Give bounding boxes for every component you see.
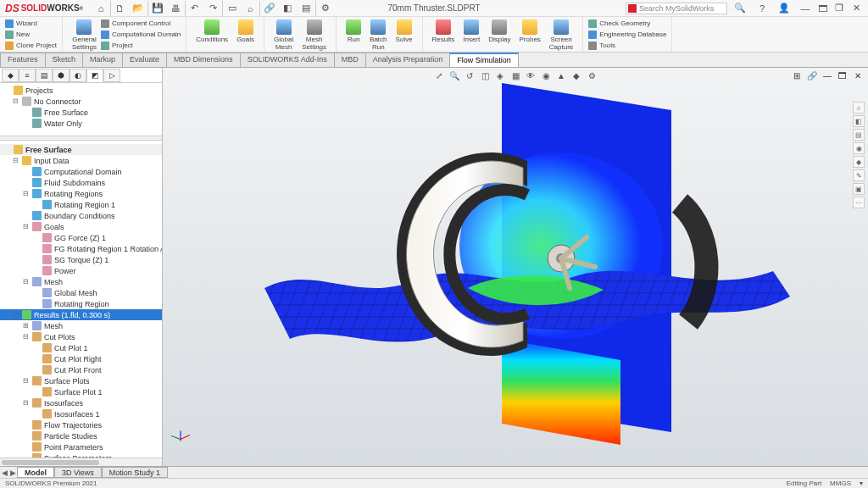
- tree-cut-plot-1[interactable]: Cut Plot 1: [0, 342, 162, 353]
- tab-scroll-left-icon[interactable]: ◀: [0, 469, 8, 477]
- tab-flow-simulation[interactable]: Flow Simulation: [449, 53, 519, 67]
- tab-features[interactable]: Features: [0, 53, 46, 67]
- qat-layers-icon[interactable]: ▤: [297, 1, 315, 16]
- bottom-tab-model[interactable]: Model: [17, 467, 54, 478]
- tab-mbd-dimensions[interactable]: MBD Dimensions: [166, 53, 241, 67]
- tree-goal-sg[interactable]: SG Torque (Z) 1: [0, 254, 162, 265]
- global-mesh-button[interactable]: Global Mesh: [270, 18, 298, 53]
- qat-undo-icon[interactable]: ↶: [185, 1, 203, 16]
- tab-mbd[interactable]: MBD: [334, 53, 366, 67]
- component-control-button[interactable]: Component Control: [101, 18, 181, 29]
- search-input[interactable]: Search MySolidWorks: [626, 3, 727, 14]
- qat-new-icon[interactable]: 🗋: [110, 1, 129, 16]
- tree-fluid-subdomains[interactable]: Fluid Subdomains: [0, 177, 162, 188]
- tree-isosurface-1[interactable]: Isosurfaces 1: [0, 408, 162, 419]
- tree-boundary-conditions[interactable]: Boundary Conditions: [0, 210, 162, 221]
- tree-point-parameters[interactable]: Point Parameters: [0, 441, 162, 452]
- tree-no-connector[interactable]: ⊟No Connector: [0, 96, 162, 107]
- taskpane-design-icon[interactable]: ▤: [853, 129, 865, 141]
- panel-tab-3[interactable]: ▤: [36, 69, 53, 82]
- tree-splitter[interactable]: [0, 136, 162, 141]
- tab-scroll-right-icon[interactable]: ▶: [8, 469, 17, 477]
- tree-cut-plot-front[interactable]: Cut Plot Front: [0, 364, 162, 375]
- taskpane-flow-icon[interactable]: ▣: [853, 183, 865, 195]
- tree-goals[interactable]: ⊟Goals: [0, 221, 162, 232]
- tree-goal-power[interactable]: Power: [0, 265, 162, 276]
- help-icon[interactable]: ?: [753, 1, 771, 16]
- bottom-tab-motion[interactable]: Motion Study 1: [102, 467, 168, 478]
- display-button[interactable]: Display: [484, 18, 515, 53]
- clone-button[interactable]: Clone Project: [5, 40, 57, 51]
- panel-tab-1[interactable]: ◆: [2, 69, 19, 82]
- tree-results[interactable]: ⊟Results (1.fld, 0.300 s): [0, 309, 162, 320]
- qat-select-icon[interactable]: ▭: [222, 1, 241, 16]
- qat-link-icon[interactable]: 🔗: [259, 1, 278, 16]
- qat-open-icon[interactable]: 📂: [129, 1, 147, 16]
- tree-water-only-project[interactable]: Water Only: [0, 118, 162, 129]
- user-icon[interactable]: 👤: [775, 1, 793, 16]
- bottom-tab-3dviews[interactable]: 3D Views: [54, 467, 102, 478]
- tree-computational-domain[interactable]: Computational Domain: [0, 166, 162, 177]
- tree-cut-plots[interactable]: ⊟Cut Plots: [0, 331, 162, 342]
- goals-button[interactable]: Goals: [232, 18, 259, 45]
- qat-home-icon[interactable]: ⌂: [92, 1, 110, 16]
- probes-button[interactable]: Probes: [515, 18, 544, 53]
- tree-rotating-regions[interactable]: ⊟Rotating Regions: [0, 188, 162, 199]
- qat-settings-icon[interactable]: ⚙: [315, 1, 334, 16]
- panel-tab-5[interactable]: ◐: [70, 69, 86, 82]
- restore-icon[interactable]: 🗖: [814, 1, 831, 16]
- qat-cursor-icon[interactable]: ⌕: [241, 1, 259, 16]
- tree-projects[interactable]: Projects: [0, 85, 162, 96]
- project-button[interactable]: Project: [101, 40, 181, 51]
- tree-rotating-region-mesh[interactable]: Rotating Region: [0, 298, 162, 309]
- panel-tab-4[interactable]: ⬢: [53, 69, 70, 82]
- tree-isosurfaces[interactable]: ⊟Isosurfaces: [0, 397, 162, 408]
- taskpane-appearances-icon[interactable]: ◉: [853, 142, 865, 154]
- tree-free-surface-project[interactable]: Free Surface: [0, 107, 162, 118]
- mesh-settings-button[interactable]: Mesh Settings: [298, 18, 331, 53]
- taskpane-home-icon[interactable]: ⌂: [853, 102, 865, 114]
- run-button[interactable]: Run: [342, 18, 365, 53]
- new-button[interactable]: New: [5, 29, 57, 40]
- viewport[interactable]: ⤢ 🔍 ↺ ◫ ◈ ▦ 👁 ◉ ▲ ◆ ⚙ ⊞ 🔗 — 🗖 ✕: [163, 68, 868, 466]
- tab-addins[interactable]: SOLIDWORKS Add-Ins: [240, 53, 335, 67]
- tree-input-data[interactable]: ⊟Input Data: [0, 155, 162, 166]
- tab-markup[interactable]: Markup: [82, 53, 123, 67]
- tree-results-mesh[interactable]: ⊞Mesh: [0, 320, 162, 331]
- screen-capture-button[interactable]: Screen Capture: [545, 18, 577, 53]
- qat-save-icon[interactable]: 💾: [147, 1, 166, 16]
- search-icon[interactable]: 🔍: [731, 1, 749, 16]
- check-geometry-button[interactable]: Check Geometry: [588, 18, 666, 29]
- tree-goal-fg[interactable]: FG Rotating Region 1 Rotation Angl: [0, 243, 162, 254]
- taskpane-forum-icon[interactable]: ✎: [853, 169, 865, 181]
- status-extra-icon[interactable]: ▾: [860, 480, 863, 487]
- tree-rotating-region-1[interactable]: Rotating Region 1: [0, 199, 162, 210]
- close-icon[interactable]: ✕: [848, 1, 865, 16]
- tree-surface-plots[interactable]: ⊟Surface Plots: [0, 375, 162, 386]
- tree-goal-gg[interactable]: GG Force (Z) 1: [0, 232, 162, 243]
- computational-domain-button[interactable]: Computational Domain: [101, 29, 181, 40]
- qat-redo-icon[interactable]: ↷: [203, 1, 222, 16]
- insert-button[interactable]: Insert: [459, 18, 484, 53]
- tree-scrollbar[interactable]: [0, 458, 162, 466]
- tab-analysis-prep[interactable]: Analysis Preparation: [365, 53, 451, 67]
- panel-tab-flow[interactable]: ◩: [86, 69, 103, 82]
- qat-color-icon[interactable]: ◧: [278, 1, 297, 16]
- tree-flow-trajectories[interactable]: Flow Trajectories: [0, 419, 162, 430]
- qat-print-icon[interactable]: 🖶: [166, 1, 185, 16]
- tree-cut-plot-right[interactable]: Cut Plot Right: [0, 353, 162, 364]
- taskpane-resources-icon[interactable]: ◧: [853, 115, 865, 127]
- tab-evaluate[interactable]: Evaluate: [122, 53, 167, 67]
- tree-root[interactable]: Free Surface: [0, 144, 162, 155]
- taskpane-extra-icon[interactable]: ⋯: [853, 197, 865, 208]
- results-button[interactable]: Results: [428, 18, 459, 53]
- tools-button[interactable]: Tools: [588, 40, 666, 51]
- tree-global-mesh[interactable]: Global Mesh: [0, 287, 162, 298]
- conditions-button[interactable]: Conditions: [192, 18, 232, 45]
- general-settings-button[interactable]: General Settings: [68, 18, 101, 53]
- engineering-db-button[interactable]: Engineering Database: [588, 29, 666, 40]
- tree-surface-plot-1[interactable]: Surface Plot 1: [0, 386, 162, 397]
- minimize-icon[interactable]: —: [797, 1, 814, 16]
- panel-tab-2[interactable]: ≡: [19, 69, 36, 82]
- tree-particle-studies[interactable]: Particle Studies: [0, 430, 162, 441]
